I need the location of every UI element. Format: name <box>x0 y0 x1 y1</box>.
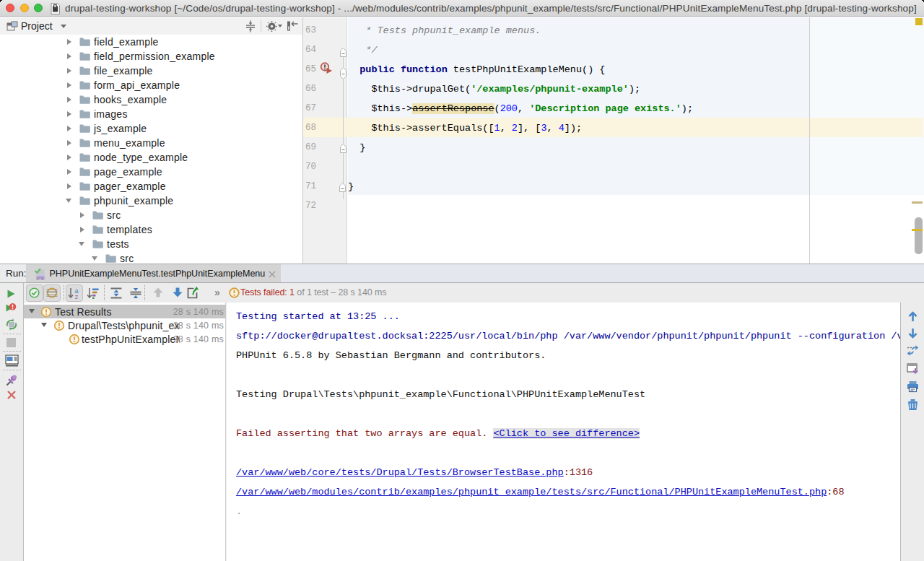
svg-text:php: php <box>37 275 45 281</box>
svg-text:z: z <box>75 292 79 299</box>
